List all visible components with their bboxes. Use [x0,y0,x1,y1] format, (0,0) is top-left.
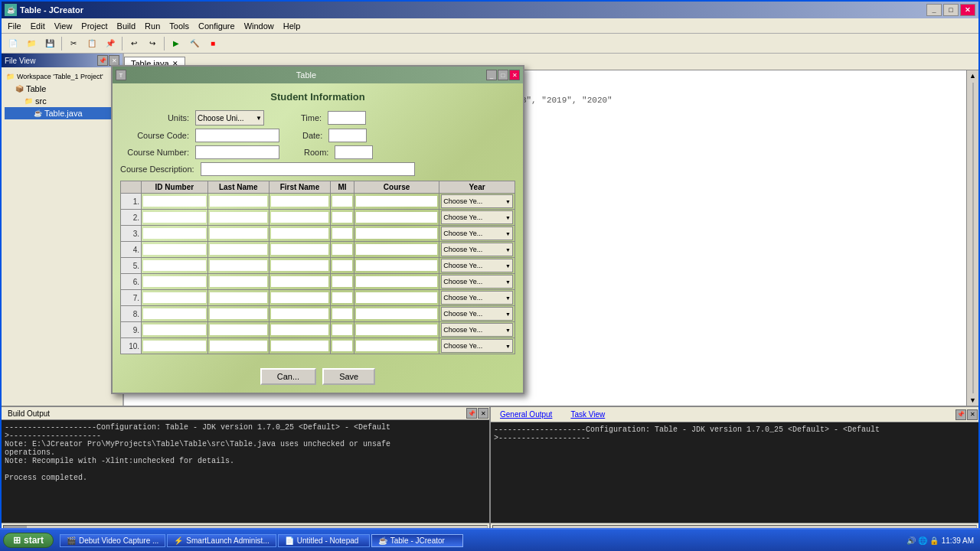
cell-last-4[interactable] [207,242,269,258]
general-output-close[interactable]: ✕ [967,409,978,420]
cell-id-5[interactable] [142,258,207,274]
units-select[interactable]: Choose Uni... ▼ [195,110,264,126]
cell-last-6[interactable] [207,274,269,290]
cell-first-5[interactable] [269,258,330,274]
input-mi-2[interactable] [332,212,352,223]
input-course-9[interactable] [356,324,437,335]
cell-mi-7[interactable] [331,290,354,306]
menu-project[interactable]: Project [77,20,112,32]
year-select-3[interactable]: Choose Ye... ▼ [441,227,513,240]
year-select-2[interactable]: Choose Ye... ▼ [441,210,513,224]
course-desc-input[interactable] [201,162,415,176]
cell-course-5[interactable] [354,258,439,274]
input-first-7[interactable] [271,292,328,303]
cell-id-7[interactable] [142,290,207,306]
file-panel-close[interactable]: ✕ [109,55,119,66]
general-output-tab[interactable]: General Output [494,409,558,420]
cell-last-8[interactable] [207,306,269,322]
cell-id-1[interactable] [142,194,207,210]
input-id-10[interactable] [143,341,205,351]
input-mi-6[interactable] [332,276,352,287]
input-id-1[interactable] [143,196,205,207]
cell-year-5[interactable]: Choose Ye... ▼ [439,258,515,274]
course-code-input[interactable] [195,129,279,142]
cell-first-8[interactable] [269,306,330,322]
menu-run[interactable]: Run [140,20,165,32]
room-input[interactable] [335,145,373,159]
input-last-3[interactable] [210,228,267,239]
input-last-10[interactable] [210,341,267,351]
input-first-5[interactable] [271,260,328,271]
cell-mi-10[interactable] [331,338,354,354]
input-mi-9[interactable] [332,324,352,335]
cell-mi-3[interactable] [331,226,354,242]
cell-last-2[interactable] [207,210,269,226]
save-btn[interactable]: 💾 [41,36,58,51]
cell-mi-6[interactable] [331,274,354,290]
input-course-4[interactable] [356,244,437,255]
input-course-6[interactable] [356,276,437,287]
redo-btn[interactable]: ↪ [144,36,161,51]
cell-mi-5[interactable] [331,258,354,274]
cell-id-3[interactable] [142,226,207,242]
cell-mi-9[interactable] [331,322,354,338]
cell-course-8[interactable] [354,306,439,322]
input-id-2[interactable] [143,212,205,223]
input-first-4[interactable] [271,244,328,255]
run-btn[interactable]: ▶ [168,36,185,51]
input-last-4[interactable] [210,244,267,255]
cell-id-2[interactable] [142,210,207,226]
tree-workspace[interactable]: 📁 Workspace 'Table_1 Project' [5,70,119,83]
cell-first-7[interactable] [269,290,330,306]
cell-year-10[interactable]: Choose Ye... ▼ [439,338,515,354]
cell-mi-1[interactable] [331,194,354,210]
cell-id-10[interactable] [142,338,207,354]
cell-first-10[interactable] [269,338,330,354]
tree-src[interactable]: 📁 src [5,95,119,107]
input-mi-8[interactable] [332,308,352,319]
menu-help[interactable]: Help [279,20,305,32]
cell-year-2[interactable]: Choose Ye... ▼ [439,210,515,226]
input-id-7[interactable] [143,292,205,303]
input-first-9[interactable] [271,324,328,335]
year-select-1[interactable]: Choose Ye... ▼ [441,194,513,208]
cell-id-8[interactable] [142,306,207,322]
copy-btn[interactable]: 📋 [83,36,100,51]
build-output-tab[interactable]: Build Output [2,408,56,419]
input-mi-3[interactable] [332,228,352,239]
cell-last-9[interactable] [207,322,269,338]
cell-mi-8[interactable] [331,306,354,322]
year-select-5[interactable]: Choose Ye... ▼ [441,259,513,272]
cell-course-2[interactable] [354,210,439,226]
cell-year-3[interactable]: Choose Ye... ▼ [439,226,515,242]
input-first-1[interactable] [271,196,328,207]
menu-tools[interactable]: Tools [165,20,194,32]
input-id-3[interactable] [143,228,205,239]
menu-view[interactable]: View [50,20,77,32]
cell-first-4[interactable] [269,242,330,258]
cell-course-1[interactable] [354,194,439,210]
input-mi-10[interactable] [332,341,352,351]
build-btn[interactable]: 🔨 [186,36,203,51]
time-input[interactable] [328,111,366,125]
input-mi-5[interactable] [332,260,352,271]
menu-file[interactable]: File [3,20,26,32]
year-select-4[interactable]: Choose Ye... ▼ [441,243,513,256]
year-select-7[interactable]: Choose Ye... ▼ [441,291,513,305]
cell-mi-2[interactable] [331,210,354,226]
input-id-6[interactable] [143,276,205,287]
stop-btn[interactable]: ■ [204,36,221,51]
cell-course-6[interactable] [354,274,439,290]
input-first-8[interactable] [271,308,328,319]
dialog-minimize[interactable]: _ [486,70,497,80]
cell-course-7[interactable] [354,290,439,306]
input-id-9[interactable] [143,324,205,335]
undo-btn[interactable]: ↩ [126,36,142,51]
menu-window[interactable]: Window [240,20,279,32]
cell-mi-4[interactable] [331,242,354,258]
dialog-maximize[interactable]: □ [498,70,508,80]
cell-first-2[interactable] [269,210,330,226]
input-mi-1[interactable] [332,196,352,207]
input-id-8[interactable] [143,308,205,319]
cell-first-6[interactable] [269,274,330,290]
